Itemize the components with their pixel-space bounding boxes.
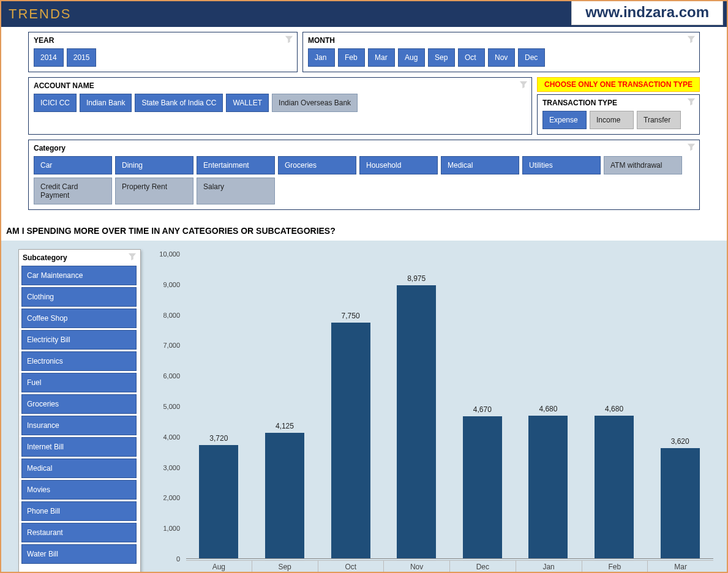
x-tick-label: Dec [449,560,516,573]
slicer-chip[interactable]: Medical [441,156,519,174]
month-slicer-title: MONTH [308,36,694,45]
bar-slot: 4,680 [516,254,582,558]
subcategory-item[interactable]: Phone Bill [21,501,137,521]
filter-icon[interactable] [519,80,528,89]
x-tick-label: Nov [383,560,449,573]
slicer-chip[interactable]: Jan [308,48,335,67]
slicer-chip[interactable]: Utilities [522,156,601,174]
bar: 7,750 [331,323,370,558]
x-axis: AugSepOctNovDecJanFebMar [186,560,713,573]
bar-slot: 7,750 [318,254,384,558]
x-tick-label: Feb [582,560,648,573]
filter-icon[interactable] [285,35,293,43]
transaction-type-title: TRANSACTION TYPE [542,99,694,107]
subcategory-item[interactable]: Restaurant [21,523,137,542]
x-tick-label: Jan [516,560,582,573]
subcategory-item[interactable]: Fuel [21,373,137,392]
subcategory-list[interactable]: Car MaintenanceClothingCoffee ShopElectr… [21,266,138,573]
bar-value-label: 7,750 [342,312,360,320]
subcategory-item[interactable]: Internet Bill [21,437,137,457]
bar: 4,680 [528,416,568,558]
bar: 3,720 [199,445,238,558]
subcategory-item[interactable]: Medical [21,459,137,478]
slicer-chip[interactable]: Aug [398,48,425,67]
subcategory-item[interactable]: Insurance [21,416,137,435]
x-tick-label: Mar [647,560,713,573]
y-tick-label: 10,000 [159,250,180,258]
slicer-chip[interactable]: Expense [542,111,587,129]
bar: 4,680 [595,416,634,558]
x-tick-label: Oct [318,560,384,573]
slicer-chip[interactable]: Mar [368,48,395,67]
filter-icon[interactable] [687,97,696,106]
slicer-chip[interactable]: Dining [115,156,193,174]
slicer-chip[interactable]: Household [359,156,438,174]
slicer-chip[interactable]: State Bank of India CC [135,94,223,112]
x-tick-label: Sep [252,560,318,573]
y-axis: 01,0002,0003,0004,0005,0006,0007,0008,00… [143,254,184,559]
subcategory-item[interactable]: Electronics [21,351,137,371]
slicer-chip[interactable]: WALLET [226,94,269,112]
filters-panel: YEAR 20142015 MONTH JanFebMarAugSepOctNo… [1,27,727,220]
bar-value-label: 4,670 [473,405,492,414]
slicer-chip[interactable]: Property Rent [115,178,193,204]
slicer-chip[interactable]: Indian Bank [80,94,132,112]
page-title: TRENDS [9,6,71,22]
transaction-type-slicer: TRANSACTION TYPE ExpenseIncomeTransfer [537,94,700,135]
y-tick-label: 6,000 [163,372,180,380]
header: TRENDS www.indzara.com [1,1,727,27]
slicer-chip[interactable]: Credit Card Payment [34,178,112,204]
slicer-chip[interactable]: Nov [488,48,515,67]
bar: 4,670 [463,416,502,558]
slicer-chip[interactable]: 2014 [34,48,64,67]
subcategory-item[interactable]: Movies [21,480,137,500]
account-slicer: ACCOUNT NAME ICICI CCIndian BankState Ba… [28,77,532,135]
month-slicer: MONTH JanFebMarAugSepOctNovDec [302,32,700,72]
category-slicer: Category CarDiningEntertainmentGroceries… [28,140,700,210]
filter-icon[interactable] [128,252,137,261]
subcategory-slicer-title: Subcategory [21,252,138,266]
chart-panel: Subcategory Car MaintenanceClothingCoffe… [1,241,727,573]
subcategory-item[interactable]: Clothing [21,287,137,307]
bar-slot: 3,620 [647,254,713,558]
plot-area: 3,7204,1257,7508,9754,6704,6804,6803,620 [186,254,713,559]
bar: 3,620 [661,448,700,558]
bar-value-label: 8,975 [407,274,426,283]
subcategory-item[interactable]: Car Maintenance [21,266,137,285]
y-tick-label: 5,000 [163,403,180,410]
slicer-chip[interactable]: ICICI CC [34,94,77,112]
y-tick-label: 7,000 [163,342,180,349]
y-tick-label: 8,000 [163,312,180,319]
bar: 8,975 [397,285,436,558]
slicer-chip[interactable]: Income [590,111,634,129]
bar-slot: 4,680 [582,254,648,558]
slicer-chip[interactable]: Feb [338,48,365,67]
trend-bar-chart: 01,0002,0003,0004,0005,0006,0007,0008,00… [143,249,719,573]
slicer-chip[interactable]: Dec [518,48,545,67]
brand-badge: www.indzara.com [571,1,723,25]
slicer-chip[interactable]: Indian Overseas Bank [272,94,358,112]
slicer-chip[interactable]: Groceries [278,156,356,174]
subcategory-item[interactable]: Coffee Shop [21,309,137,328]
subcategory-item[interactable]: Water Bill [21,544,137,564]
slicer-chip[interactable]: Transfer [637,111,681,129]
slicer-chip[interactable]: Entertainment [197,156,275,174]
slicer-chip[interactable]: Car [34,156,112,174]
filter-icon[interactable] [687,35,696,43]
bar: 4,125 [265,433,304,558]
category-slicer-title: Category [34,144,694,152]
slicer-chip[interactable]: Sep [428,48,455,67]
slicer-chip[interactable]: 2015 [67,48,97,67]
slicer-chip[interactable]: Salary [197,178,275,204]
subcategory-item[interactable]: Groceries [21,394,137,414]
subcategory-item[interactable]: Electricity Bill [21,330,137,350]
filter-icon[interactable] [687,143,696,151]
y-tick-label: 9,000 [163,281,180,288]
slicer-chip[interactable]: Oct [458,48,485,67]
bar-value-label: 4,680 [539,405,557,413]
y-tick-label: 2,000 [163,494,180,501]
slicer-chip[interactable]: ATM withdrawal [604,156,682,174]
bar-value-label: 3,720 [209,434,228,443]
transaction-type-warning: CHOOSE ONLY ONE TRANSACTION TYPE [537,77,700,92]
account-slicer-title: ACCOUNT NAME [34,81,527,90]
